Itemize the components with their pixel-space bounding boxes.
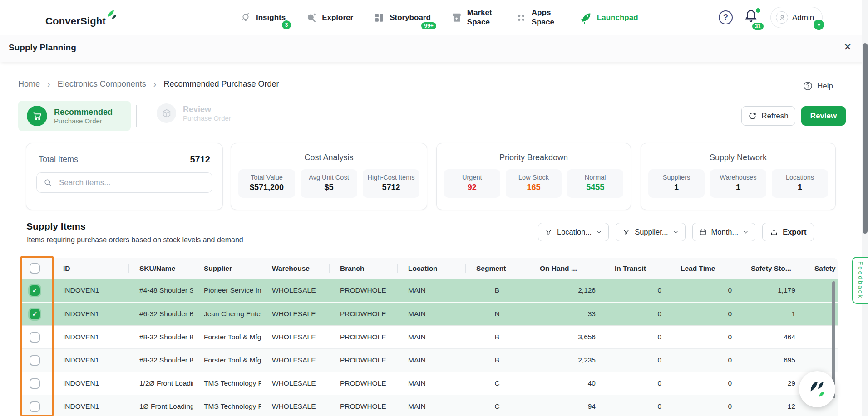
col-supplier[interactable]: Supplier — [193, 258, 261, 279]
col-safety[interactable]: Safety — [804, 258, 838, 279]
col-segment[interactable]: Segment — [465, 258, 529, 279]
cell-lead-time: 0 — [670, 326, 740, 349]
user-menu-button[interactable]: Admin — [770, 7, 823, 28]
refresh-button[interactable]: Refresh — [741, 106, 795, 126]
insights-badge: 3 — [282, 20, 291, 29]
nav-explorer[interactable]: Explorer — [306, 12, 353, 24]
col-lead-time[interactable]: Lead Time — [670, 258, 740, 279]
row-checkbox[interactable] — [30, 355, 40, 366]
supply-network-card: Supply Network Suppliers 1 Warehouses 1 … — [641, 143, 836, 210]
table-row[interactable]: INDOVEN1 1Ø Front Loading L TMS Technolo… — [22, 395, 838, 416]
search-items-input[interactable] — [58, 178, 205, 188]
nav-storyboard[interactable]: Storyboard 99+ — [373, 12, 431, 24]
col-id[interactable]: ID — [52, 258, 128, 279]
table-row[interactable]: INDOVEN1 #8-32 Shoulder Bo Forster Tool … — [22, 326, 838, 349]
cell-lead-time: 0 — [670, 279, 740, 302]
cell-id: INDOVEN1 — [52, 302, 128, 326]
cell-location: MAIN — [397, 395, 465, 416]
cell-segment: B — [465, 279, 529, 302]
total-items-card: Total Items 5712 — [26, 143, 223, 210]
cell-warehouse: WHOLESALE — [261, 326, 329, 349]
package-icon — [157, 103, 176, 123]
export-icon — [770, 228, 778, 236]
table-row[interactable]: ✓ INDOVEN1 #4-48 Shoulder Sc Pioneer Ser… — [22, 279, 838, 302]
nav-apps-space[interactable]: Apps Space — [515, 8, 560, 27]
primary-nav: Insights 3 Explorer Storyboard 99+ Marke… — [240, 0, 638, 35]
explore-icon — [306, 12, 317, 24]
tab-review-purchase-order[interactable]: Review Purchase Order — [157, 103, 231, 123]
filter-label: Month... — [711, 228, 739, 236]
col-branch[interactable]: Branch — [329, 258, 397, 279]
help-label: Help — [817, 82, 833, 91]
col-warehouse[interactable]: Warehouse — [261, 258, 329, 279]
stat-urgent: Urgent 92 — [444, 169, 500, 198]
cell-in-transit: 0 — [604, 279, 670, 302]
cell-segment: C — [465, 372, 529, 395]
table-row[interactable]: ✓ INDOVEN1 #6-32 Shoulder Bo Jean Cherng… — [22, 302, 838, 326]
cell-id: INDOVEN1 — [52, 279, 128, 302]
export-button[interactable]: Export — [762, 223, 814, 241]
cell-supplier: Pioneer Service Inc — [193, 279, 261, 302]
col-location[interactable]: Location — [397, 258, 465, 279]
row-checkbox[interactable]: ✓ — [30, 285, 40, 296]
nav-label: Market Space — [467, 8, 495, 27]
nav-launchpad[interactable]: Launchpad — [580, 11, 638, 24]
cell-sku: #8-32 Shoulder Bo — [128, 326, 193, 349]
conversight-logo[interactable]: ConverSight — [45, 10, 118, 27]
chevron-down-icon — [743, 229, 749, 235]
row-checkbox[interactable] — [30, 378, 40, 389]
row-checkbox[interactable] — [30, 332, 40, 343]
table-header-row: ID SKU/Name Supplier Warehouse Branch Lo… — [22, 258, 838, 279]
review-button[interactable]: Review — [801, 106, 846, 126]
notifications-button[interactable]: 31 — [744, 8, 762, 29]
tab-subtitle: Purchase Order — [54, 117, 113, 125]
cell-on-hand: 2,235 — [529, 349, 604, 372]
cell-branch: PRODWHOLE — [329, 349, 397, 372]
cell-sku: 1/2Ø Front Loading — [128, 372, 193, 395]
help-link[interactable]: Help — [803, 81, 833, 91]
select-all-checkbox[interactable] — [30, 263, 40, 274]
cell-lead-time: 0 — [670, 302, 740, 326]
nav-market-space[interactable]: Market Space — [451, 8, 495, 27]
tab-recommended-purchase-order[interactable]: Recommended Purchase Order — [18, 101, 131, 131]
col-sku-name[interactable]: SKU/Name — [128, 258, 193, 279]
help-icon[interactable]: ? — [719, 10, 733, 24]
notification-dot — [756, 8, 760, 13]
user-name: Admin — [792, 13, 814, 22]
table-row[interactable]: INDOVEN1 #8-32 Shoulder Bo Forster Tool … — [22, 349, 838, 372]
supplier-filter[interactable]: Supplier... — [616, 223, 685, 241]
cell-supplier: Forster Tool & Mfg — [193, 349, 261, 372]
cell-in-transit: 0 — [604, 302, 670, 326]
col-in-transit[interactable]: In Transit — [604, 258, 670, 279]
feedback-tab[interactable]: Feedback — [852, 257, 868, 304]
tab-title: Recommended — [54, 107, 113, 117]
card-title: Priority Breakdown — [437, 153, 631, 162]
nav-insights[interactable]: Insights 3 — [240, 12, 286, 24]
funnel-icon — [545, 228, 552, 236]
close-icon[interactable]: ✕ — [843, 41, 852, 53]
total-items-label: Total Items — [39, 155, 78, 164]
row-checkbox[interactable] — [30, 401, 40, 412]
location-filter[interactable]: Location... — [538, 223, 609, 241]
cell-segment: N — [465, 302, 529, 326]
page-title-bar: Supply Planning ✕ — [0, 35, 868, 62]
question-circle-icon — [803, 81, 813, 91]
search-icon — [44, 178, 52, 187]
filter-label: Location... — [557, 228, 592, 236]
page-scrollbar-thumb[interactable] — [863, 43, 868, 234]
cell-warehouse: WHOLESALE — [261, 279, 329, 302]
cell-sku: #8-32 Shoulder Bo — [128, 349, 193, 372]
app-window: ConverSight Insights 3 Explorer Storyboa… — [0, 0, 868, 416]
col-on-hand[interactable]: On Hand ... — [529, 258, 604, 279]
col-safety-stock[interactable]: Safety Sto... — [740, 258, 804, 279]
breadcrumb-electronics-components[interactable]: Electronics Components — [58, 79, 146, 89]
month-filter[interactable]: Month... — [692, 223, 756, 241]
breadcrumb-home[interactable]: Home — [18, 79, 40, 89]
supply-items-table: ID SKU/Name Supplier Warehouse Branch Lo… — [22, 258, 838, 416]
chat-assistant-button[interactable] — [799, 371, 835, 407]
cell-safety-stock: 1 — [740, 302, 804, 326]
stat-low-stock: Low Stock 165 — [506, 169, 562, 198]
row-checkbox[interactable]: ✓ — [30, 309, 40, 319]
table-row[interactable]: INDOVEN1 1/2Ø Front Loading TMS Technolo… — [22, 372, 838, 395]
divider — [136, 105, 137, 127]
